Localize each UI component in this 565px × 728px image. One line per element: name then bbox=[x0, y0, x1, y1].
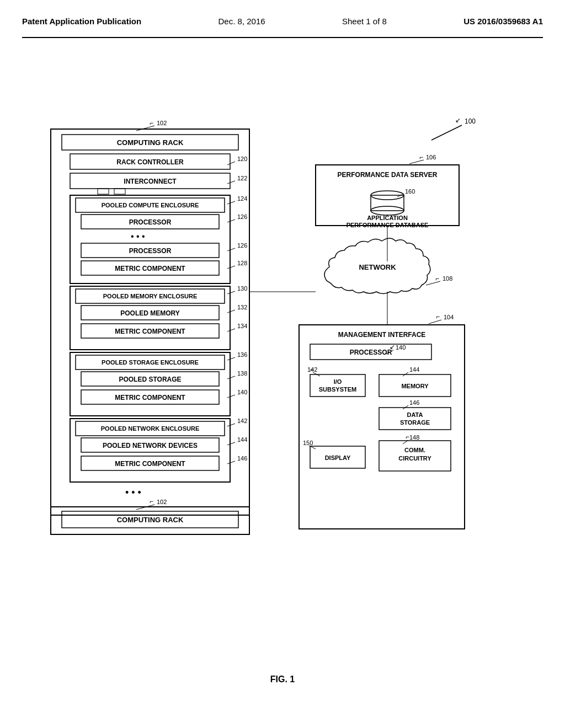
svg-line-23 bbox=[227, 310, 235, 313]
ref-148: 148 bbox=[409, 434, 419, 441]
data-storage-label2: STORAGE bbox=[400, 419, 430, 426]
svg-line-34 bbox=[227, 424, 235, 426]
svg-line-37 bbox=[227, 442, 235, 445]
svg-line-32 bbox=[227, 395, 235, 398]
svg-rect-9 bbox=[98, 189, 109, 194]
io-subsystem-label: I/O bbox=[334, 378, 342, 385]
ref-142-encl: 142 bbox=[237, 417, 247, 424]
metric-component-label-1: METRIC COMPONENT bbox=[115, 265, 185, 272]
svg-line-14 bbox=[227, 220, 235, 222]
ref-138: 138 bbox=[237, 370, 247, 377]
page: Patent Application Publication Dec. 8, 2… bbox=[0, 0, 565, 728]
svg-rect-49 bbox=[371, 195, 404, 211]
svg-text:⌐: ⌐ bbox=[406, 433, 409, 441]
diagram-container: 100 ↙ 102 ⌐ COMPUTING RACK 120 RACK CONT… bbox=[34, 44, 531, 652]
ref-140-metric: 140 bbox=[237, 389, 247, 395]
dots-processor: • • • bbox=[131, 232, 145, 241]
ref-108: 108 bbox=[443, 275, 452, 282]
ref-126a: 126 bbox=[237, 213, 247, 220]
patent-number: US 2016/0359683 A1 bbox=[463, 17, 543, 26]
svg-line-18 bbox=[227, 266, 235, 269]
data-storage-label: DATA bbox=[407, 411, 423, 418]
rack-controller-label: RACK CONTROLLER bbox=[116, 158, 184, 166]
ref-102-top: 102 bbox=[157, 120, 167, 126]
svg-line-27 bbox=[227, 357, 235, 360]
svg-line-20 bbox=[227, 291, 235, 294]
ref-128: 128 bbox=[237, 260, 247, 266]
ref-150: 150 bbox=[303, 440, 313, 446]
svg-line-30 bbox=[227, 376, 235, 379]
svg-rect-1 bbox=[51, 129, 249, 515]
interconnect-label: INTERCONNECT bbox=[124, 178, 177, 185]
pooled-network-enclosure-label: POOLED NETWORK ENCLOSURE bbox=[101, 425, 199, 432]
processor-label-2: PROCESSOR bbox=[129, 247, 172, 255]
svg-text:⌐: ⌐ bbox=[436, 313, 440, 320]
svg-line-0 bbox=[431, 125, 462, 140]
svg-line-25 bbox=[227, 329, 235, 331]
date-label: Dec. 8, 2016 bbox=[218, 17, 265, 26]
svg-text:⌐: ⌐ bbox=[150, 497, 153, 505]
computing-rack-label: COMPUTING RACK bbox=[117, 138, 184, 147]
ref-136: 136 bbox=[237, 351, 247, 358]
metric-component-label-3: METRIC COMPONENT bbox=[115, 394, 185, 402]
performance-data-server-label: PERFORMANCE DATA SERVER bbox=[338, 171, 438, 179]
ref-106: 106 bbox=[426, 154, 436, 160]
svg-line-16 bbox=[227, 248, 235, 251]
pooled-memory-enclosure-label: POOLED MEMORY ENCLOSURE bbox=[103, 293, 198, 299]
svg-line-11 bbox=[227, 201, 235, 204]
publication-label: Patent Application Publication bbox=[22, 17, 141, 26]
svg-text:⌐: ⌐ bbox=[150, 119, 153, 127]
metric-component-label-4: METRIC COMPONENT bbox=[115, 460, 185, 468]
ref-144-mem: 144 bbox=[409, 366, 419, 373]
comm-circuitry-label2: CIRCUITRY bbox=[398, 455, 431, 462]
ref-160: 160 bbox=[405, 188, 415, 195]
network-label: NETWORK bbox=[359, 263, 396, 271]
ref-100: 100 bbox=[465, 117, 476, 125]
svg-line-39 bbox=[227, 461, 235, 464]
page-header: Patent Application Publication Dec. 8, 2… bbox=[22, 11, 543, 38]
ref-140-mgmt: 140 bbox=[396, 344, 406, 351]
processor-label-1: PROCESSOR bbox=[129, 218, 172, 226]
ref-102-bottom: 102 bbox=[157, 499, 167, 505]
svg-text:⌐: ⌐ bbox=[419, 153, 423, 161]
pooled-storage-label: POOLED STORAGE bbox=[119, 376, 181, 383]
svg-line-5 bbox=[227, 162, 235, 165]
dots-bottom: • • • bbox=[125, 487, 141, 498]
pooled-storage-enclosure-label: POOLED STORAGE ENCLOSURE bbox=[102, 359, 199, 366]
ref-120: 120 bbox=[237, 156, 247, 162]
svg-text:⌐: ⌐ bbox=[435, 275, 439, 282]
ref-146-encl: 146 bbox=[237, 455, 247, 462]
ref-100-slash: ↙ bbox=[455, 116, 461, 124]
svg-rect-10 bbox=[114, 189, 125, 194]
ref-132: 132 bbox=[237, 304, 247, 311]
ref-126b: 126 bbox=[237, 242, 247, 249]
computing-rack-bottom-label: COMPUTING RACK bbox=[117, 516, 184, 524]
memory-label: MEMORY bbox=[401, 383, 429, 389]
patent-diagram: 100 ↙ 102 ⌐ COMPUTING RACK 120 RACK CONT… bbox=[34, 44, 531, 650]
ref-104: 104 bbox=[444, 314, 454, 320]
pooled-network-devices-label: POOLED NETWORK DEVICES bbox=[103, 442, 198, 449]
pooled-memory-label: POOLED MEMORY bbox=[120, 309, 180, 317]
display-label: DISPLAY bbox=[325, 454, 351, 461]
figure-label: FIG. 1 bbox=[22, 675, 543, 684]
ref-144: 144 bbox=[237, 436, 247, 443]
comm-circuitry-label: COMM. bbox=[404, 447, 425, 453]
management-interface-label: MANAGEMENT INTERFACE bbox=[338, 331, 426, 339]
pooled-compute-label: POOLED COMPUTE ENCLOSURE bbox=[102, 202, 199, 208]
ref-122: 122 bbox=[237, 175, 247, 181]
ref-146-mgmt: 146 bbox=[409, 399, 419, 406]
metric-component-label-2: METRIC COMPONENT bbox=[115, 328, 185, 335]
mgmt-processor-label: PROCESSOR bbox=[350, 349, 392, 356]
ref-130: 130 bbox=[237, 285, 247, 292]
svg-rect-66 bbox=[379, 408, 451, 430]
ref-134: 134 bbox=[237, 323, 247, 329]
ref-124: 124 bbox=[237, 195, 247, 202]
sheet-label: Sheet 1 of 8 bbox=[342, 17, 387, 26]
svg-line-54 bbox=[429, 320, 441, 324]
svg-line-7 bbox=[227, 181, 235, 184]
app-perf-db-label: APPLICATION bbox=[367, 215, 408, 221]
svg-text:⌐: ⌐ bbox=[310, 366, 314, 373]
svg-rect-63 bbox=[310, 374, 365, 397]
io-subsystem-label2: SUBSYSTEM bbox=[319, 386, 356, 393]
